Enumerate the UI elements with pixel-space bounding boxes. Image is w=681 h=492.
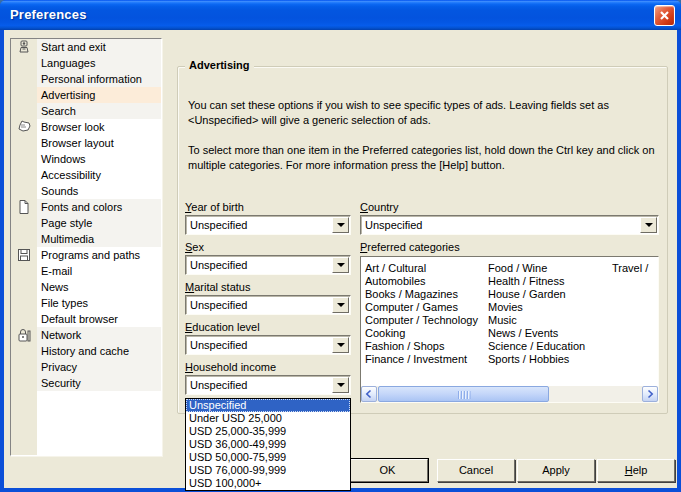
- household-income-combobox[interactable]: Unspecified: [185, 375, 351, 395]
- sidebar-item-browser-layout[interactable]: Browser layout: [37, 135, 161, 151]
- sex-label: Sex: [185, 241, 204, 253]
- category-item[interactable]: Movies: [488, 301, 585, 314]
- sidebar-item-fonts-and-colors[interactable]: Fonts and colors: [37, 199, 161, 215]
- income-option[interactable]: USD 100,000+: [186, 477, 350, 490]
- year-of-birth-value: Unspecified: [190, 216, 330, 234]
- advertising-description-1: You can set these options if you wish to…: [188, 98, 664, 128]
- category-item[interactable]: Automobiles: [365, 275, 478, 288]
- category-item[interactable]: Music: [488, 314, 585, 327]
- income-option[interactable]: USD 36,000-49,999: [186, 438, 350, 451]
- category-item[interactable]: Computer / Technology: [365, 314, 478, 327]
- horizontal-scrollbar[interactable]: [361, 386, 658, 402]
- sidebar-item-page-style[interactable]: Page style: [37, 215, 161, 231]
- help-button[interactable]: Help: [597, 459, 675, 482]
- country-dropdown-arrow[interactable]: [640, 217, 657, 233]
- income-option[interactable]: USD 76,000-99,999: [186, 464, 350, 477]
- chevron-down-icon: [337, 223, 345, 227]
- close-icon: [659, 10, 670, 21]
- sidebar-item-sounds[interactable]: Sounds: [37, 183, 161, 199]
- category-item[interactable]: Computer / Games: [365, 301, 478, 314]
- scroll-left-button[interactable]: [361, 386, 377, 402]
- scrollbar-thumb[interactable]: [378, 386, 549, 402]
- household-income-label: Household income: [185, 361, 276, 373]
- category-item[interactable]: Art / Cultural: [365, 262, 478, 275]
- household-income-dropdown-arrow[interactable]: [332, 377, 349, 393]
- category-item[interactable]: House / Garden: [488, 288, 585, 301]
- country-combobox[interactable]: Unspecified: [360, 215, 659, 235]
- sidebar-item-accessibility[interactable]: Accessibility: [37, 167, 161, 183]
- sidebar-item-security[interactable]: Security: [37, 375, 161, 391]
- sex-dropdown-arrow[interactable]: [332, 257, 349, 273]
- category-item[interactable]: Health / Fitness: [488, 275, 585, 288]
- preferred-categories-listbox[interactable]: Art / CulturalAutomobilesBooks / Magazin…: [360, 256, 659, 403]
- marital-status-dropdown-arrow[interactable]: [332, 297, 349, 313]
- sidebar-item-default-browser[interactable]: Default browser: [37, 311, 161, 327]
- year-of-birth-label: Year of birth: [185, 201, 244, 213]
- sidebar-item-search[interactable]: Search: [37, 103, 161, 119]
- income-option[interactable]: Unspecified: [186, 399, 350, 412]
- education-level-combobox[interactable]: Unspecified: [185, 335, 351, 355]
- preferences-window: Preferences Start and exitLanguagesPerso…: [0, 0, 681, 492]
- category-item[interactable]: Finance / Investment: [365, 353, 478, 366]
- sidebar-item-advertising[interactable]: Advertising: [37, 87, 161, 103]
- sidebar-item-history-and-cache[interactable]: History and cache: [37, 343, 161, 359]
- marital-status-combobox[interactable]: Unspecified: [185, 295, 351, 315]
- education-level-label: Education level: [185, 321, 260, 333]
- sidebar-item-multimedia[interactable]: Multimedia: [37, 231, 161, 247]
- sidebar-item-start-and-exit[interactable]: Start and exit: [37, 39, 161, 55]
- sidebar-item-privacy[interactable]: Privacy: [37, 359, 161, 375]
- marital-status-label: Marital status: [185, 281, 250, 293]
- country-label: Country: [360, 201, 399, 213]
- ok-button[interactable]: OK: [347, 459, 428, 482]
- sex-combobox[interactable]: Unspecified: [185, 255, 351, 275]
- education-level-dropdown-arrow[interactable]: [332, 337, 349, 353]
- category-item[interactable]: Cooking: [365, 327, 478, 340]
- groupbox-legend: Advertising: [185, 59, 254, 71]
- cancel-button[interactable]: Cancel: [437, 459, 515, 482]
- category-item[interactable]: Books / Magazines: [365, 288, 478, 301]
- country-value: Unspecified: [365, 216, 638, 234]
- sidebar-item-browser-look[interactable]: Browser look: [37, 119, 161, 135]
- household-income-dropdown-list[interactable]: UnspecifiedUnder USD 25,000USD 25,000-35…: [185, 398, 351, 491]
- advertising-description-2: To select more than one item in the Pref…: [188, 143, 664, 173]
- scrollbar-grip-icon: [457, 391, 470, 399]
- category-item[interactable]: Fashion / Shops: [365, 340, 478, 353]
- preferred-categories-label: Preferred categories: [360, 241, 460, 253]
- year-of-birth-combobox[interactable]: Unspecified: [185, 215, 351, 235]
- scroll-right-button[interactable]: [642, 386, 658, 402]
- sidebar-item-programs-and-paths[interactable]: Programs and paths: [37, 247, 161, 263]
- category-item[interactable]: Travel /: [612, 262, 648, 275]
- income-option[interactable]: USD 50,000-75,999: [186, 451, 350, 464]
- lock-icon: [16, 327, 32, 343]
- sidebar-item-windows[interactable]: Windows: [37, 151, 161, 167]
- category-item[interactable]: Science / Education: [488, 340, 585, 353]
- document-icon: [16, 199, 32, 215]
- sidebar-item-network[interactable]: Network: [37, 327, 161, 343]
- sidebar-item-languages[interactable]: Languages: [37, 55, 161, 71]
- income-option[interactable]: USD 25,000-35,999: [186, 425, 350, 438]
- sidebar-item-file-types[interactable]: File types: [37, 295, 161, 311]
- category-item[interactable]: News / Events: [488, 327, 585, 340]
- sex-value: Unspecified: [190, 256, 330, 274]
- sidebar-icon-gutter: [11, 39, 37, 455]
- chevron-down-icon: [645, 223, 653, 227]
- income-option[interactable]: Under USD 25,000: [186, 412, 350, 425]
- sidebar-item-e-mail[interactable]: E-mail: [37, 263, 161, 279]
- apply-button[interactable]: Apply: [517, 459, 595, 482]
- category-item[interactable]: Food / Wine: [488, 262, 585, 275]
- title-bar[interactable]: Preferences: [0, 0, 681, 30]
- floppy-disk-icon: [16, 247, 32, 263]
- sidebar-item-news[interactable]: News: [37, 279, 161, 295]
- user-icon: [16, 39, 32, 55]
- dialog-content: Start and exitLanguagesPersonal informat…: [4, 30, 677, 488]
- settings-category-list[interactable]: Start and exitLanguagesPersonal informat…: [10, 38, 162, 456]
- close-button[interactable]: [654, 5, 675, 26]
- chevron-down-icon: [337, 263, 345, 267]
- chevron-down-icon: [337, 303, 345, 307]
- year-of-birth-dropdown-arrow[interactable]: [332, 217, 349, 233]
- household-income-value: Unspecified: [190, 376, 330, 394]
- category-column-1: Art / CulturalAutomobilesBooks / Magazin…: [365, 262, 478, 366]
- sidebar-item-personal-information[interactable]: Personal information: [37, 71, 161, 87]
- hand-icon: [16, 119, 32, 135]
- category-item[interactable]: Sports / Hobbies: [488, 353, 585, 366]
